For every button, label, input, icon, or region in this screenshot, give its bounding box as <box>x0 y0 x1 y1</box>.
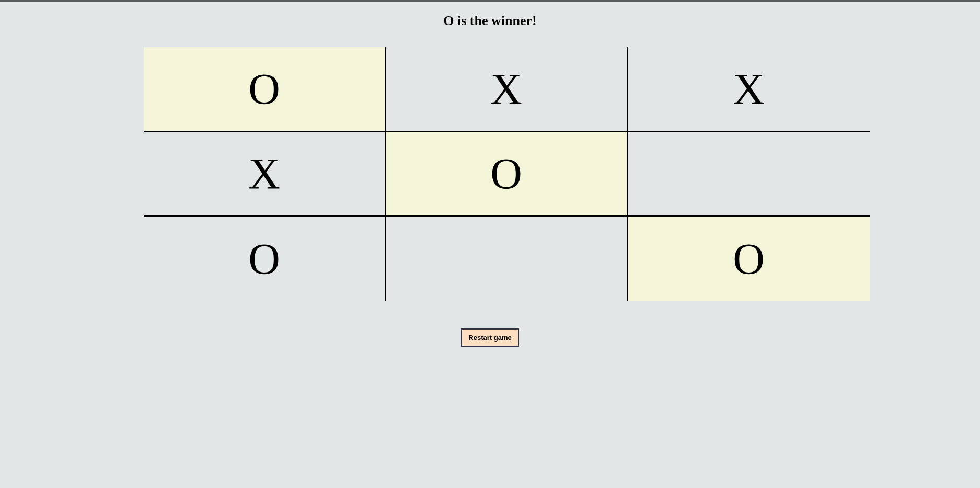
board-cell-7[interactable] <box>386 217 628 301</box>
board-cell-5[interactable] <box>628 132 870 217</box>
board-cell-0[interactable]: O <box>144 47 386 132</box>
board-cell-4[interactable]: O <box>386 132 628 217</box>
board-cell-1[interactable]: X <box>386 47 628 132</box>
board-cell-2[interactable]: X <box>628 47 870 132</box>
board-cell-6[interactable]: O <box>144 217 386 301</box>
game-board: O X X X O O O <box>144 47 870 301</box>
restart-button[interactable]: Restart game <box>461 328 518 347</box>
game-status: O is the winner! <box>443 13 536 29</box>
board-cell-8[interactable]: O <box>628 217 870 301</box>
board-cell-3[interactable]: X <box>144 132 386 217</box>
controls: Restart game <box>0 328 980 347</box>
